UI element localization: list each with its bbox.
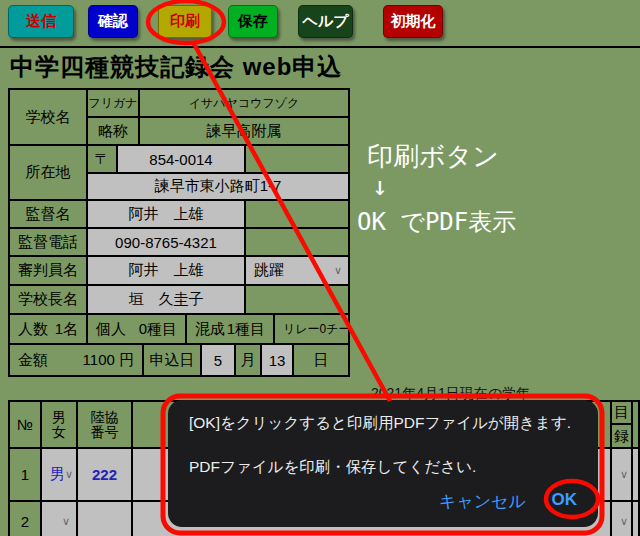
school-info-table: 学校名 フリガナ イサハヤコウフゾク 略称 諫早高附属 所在地 〒 854-00… bbox=[8, 88, 350, 377]
furigana-value[interactable]: イサハヤコウフゾク bbox=[140, 90, 348, 118]
col-header-assoc-no: 陸協 番号 bbox=[78, 402, 133, 449]
print-button[interactable]: 印刷 bbox=[158, 5, 212, 38]
dialog-message-1: [OK]をクリックすると印刷用PDFファイルが開きます. bbox=[189, 413, 571, 434]
relay-value: 0チーム bbox=[320, 321, 348, 338]
print-confirm-dialog: [OK]をクリックすると印刷用PDFファイルが開きます. PDFファイルを印刷・… bbox=[168, 400, 598, 527]
help-button[interactable]: ヘルプ bbox=[298, 5, 353, 38]
individual-cell: 個人 0種目 bbox=[88, 315, 187, 345]
principal-spacer bbox=[246, 286, 348, 315]
fee-label: 金額 bbox=[18, 351, 48, 370]
principal-label: 学校長名 bbox=[10, 286, 88, 315]
dialog-message-2: PDFファイルを印刷・保存してください. bbox=[189, 457, 476, 478]
event-select-partial[interactable]: ∨ bbox=[610, 502, 633, 536]
postal-code-input[interactable]: 854-0014 bbox=[118, 146, 246, 174]
short-name-value[interactable]: 諫早高附属 bbox=[140, 118, 348, 146]
short-name-label: 略称 bbox=[88, 118, 140, 146]
save-button[interactable]: 保存 bbox=[228, 5, 278, 38]
sex-value: 男 bbox=[50, 465, 65, 484]
day-label: 日 bbox=[294, 345, 348, 375]
furigana-label: フリガナ bbox=[88, 90, 140, 118]
assoc-header-bottom: 番号 bbox=[91, 425, 119, 440]
relay-label: リレー bbox=[283, 321, 320, 338]
postal-spacer bbox=[246, 146, 348, 174]
sex-header-top: 男 bbox=[52, 410, 66, 425]
cancel-button[interactable]: キャンセル bbox=[439, 490, 526, 513]
count-cell: 人数 1名 bbox=[10, 315, 88, 345]
count-value: 1名 bbox=[55, 320, 78, 339]
fee-cell: 金額 1100 円 bbox=[10, 345, 144, 375]
edge-sliver-cell bbox=[633, 502, 638, 536]
page: 送信 確認 印刷 保存 ヘルプ 初期化 中学四種競技記録会 web申込 学校名 … bbox=[0, 0, 640, 536]
edge-sliver-header bbox=[633, 402, 638, 449]
combined-value: 1種目 bbox=[227, 320, 265, 339]
col-header-event-partial: 目 bbox=[612, 402, 631, 425]
director-phone-input[interactable]: 090-8765-4321 bbox=[88, 229, 246, 257]
assoc-no-input[interactable]: 222 bbox=[78, 449, 133, 502]
send-button[interactable]: 送信 bbox=[8, 5, 74, 38]
director-phone-label: 監督電話 bbox=[10, 229, 88, 257]
chevron-down-icon: ∨ bbox=[334, 264, 342, 277]
month-label: 月 bbox=[236, 345, 262, 375]
judge-role-select[interactable]: 跳躍 ∨ bbox=[246, 257, 348, 286]
col-header-no: № bbox=[10, 402, 42, 449]
annotation-print-button-text: 印刷ボタン bbox=[367, 139, 499, 174]
row-no: 1 bbox=[10, 449, 42, 502]
postal-mark: 〒 bbox=[88, 146, 118, 174]
fee-value: 1100 円 bbox=[83, 351, 134, 370]
sex-select[interactable]: ∨ bbox=[42, 502, 78, 536]
count-label: 人数 bbox=[18, 320, 48, 339]
director-spacer bbox=[246, 201, 348, 229]
combined-label: 混成 bbox=[195, 320, 225, 339]
col-header-sex: 男 女 bbox=[42, 402, 78, 449]
down-arrow-icon: ↓ bbox=[372, 171, 388, 201]
individual-value: 0種目 bbox=[139, 320, 177, 339]
apply-date-label: 申込日 bbox=[144, 345, 202, 375]
annotation-ok-pdf-text: OK でPDF表示 bbox=[357, 206, 516, 238]
chevron-down-icon: ∨ bbox=[620, 515, 628, 528]
director-phone-spacer bbox=[246, 229, 348, 257]
sex-select[interactable]: 男 ∨ bbox=[42, 449, 78, 502]
director-input[interactable]: 阿井 上雄 bbox=[88, 201, 246, 229]
address-input[interactable]: 諫早市東小路町1-7 bbox=[88, 174, 348, 201]
ok-button[interactable]: OK bbox=[552, 490, 578, 510]
judge-label: 審判員名 bbox=[10, 257, 88, 286]
assoc-header-top: 陸協 bbox=[91, 410, 119, 425]
chevron-down-icon: ∨ bbox=[620, 468, 628, 481]
confirm-button[interactable]: 確認 bbox=[88, 5, 138, 38]
address-label: 所在地 bbox=[10, 146, 88, 201]
judge-input[interactable]: 阿井 上雄 bbox=[88, 257, 246, 286]
apply-month-input[interactable]: 5 bbox=[202, 345, 236, 375]
assoc-no-input[interactable] bbox=[78, 502, 133, 536]
principal-input[interactable]: 垣 久圭子 bbox=[88, 286, 246, 315]
event-select-partial[interactable]: ∨ bbox=[610, 449, 633, 502]
relay-cell: リレー 0チーム bbox=[275, 315, 348, 345]
chevron-down-icon: ∨ bbox=[65, 468, 73, 481]
toolbar-divider bbox=[0, 46, 640, 48]
col-header-record-partial: 録 bbox=[612, 425, 631, 449]
judge-role-value: 跳躍 bbox=[254, 261, 284, 280]
edge-sliver-cell bbox=[633, 449, 638, 502]
reset-button[interactable]: 初期化 bbox=[383, 5, 443, 38]
sex-header-bottom: 女 bbox=[52, 425, 66, 440]
school-name-label: 学校名 bbox=[10, 90, 88, 146]
individual-label: 個人 bbox=[96, 320, 126, 339]
director-label: 監督名 bbox=[10, 201, 88, 229]
chevron-down-icon: ∨ bbox=[62, 515, 70, 528]
page-title: 中学四種競技記録会 web申込 bbox=[10, 51, 342, 83]
apply-day-input[interactable]: 13 bbox=[262, 345, 294, 375]
row-no: 2 bbox=[10, 502, 42, 536]
combined-cell: 混成 1種目 bbox=[187, 315, 275, 345]
